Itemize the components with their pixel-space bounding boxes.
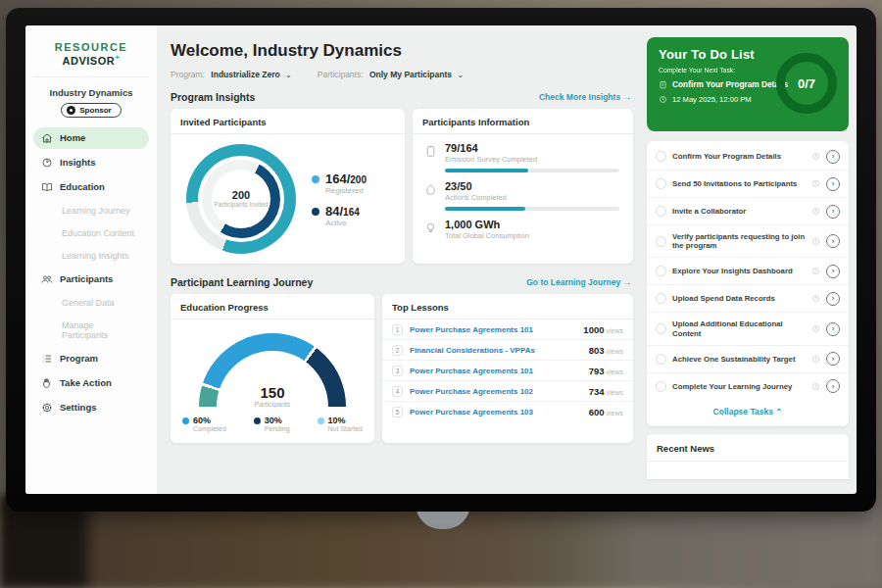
settings-icon	[41, 402, 53, 414]
task-row[interactable]: Complete Your Learning Journey ›	[647, 373, 849, 400]
task-checkbox[interactable]	[656, 151, 666, 162]
sidebar-item-insights[interactable]: Insights	[33, 152, 149, 173]
task-checkbox[interactable]	[656, 178, 666, 189]
sidebar-item-program[interactable]: Program	[33, 348, 149, 369]
go-to-learning-journey-link[interactable]: Go to Learning Journey →	[526, 277, 631, 287]
program-insights-title: Program Insights	[171, 91, 255, 103]
chevron-right-icon[interactable]: ›	[826, 322, 840, 336]
emission-progress-bar	[445, 169, 619, 172]
actions-icon	[424, 183, 437, 196]
lesson-row: 1 Power Purchase Agreements 101 1000view…	[382, 319, 633, 340]
task-checkbox[interactable]	[656, 266, 666, 276]
sidebar-item-learning-insights[interactable]: Learning Insights	[33, 246, 149, 266]
task-checkbox[interactable]	[656, 206, 666, 217]
sidebar-item-education[interactable]: Education	[33, 176, 149, 198]
check-more-insights-link[interactable]: Check More Insights →	[539, 92, 631, 102]
legend-not-started: 10% Not Started	[318, 416, 363, 432]
logo-resource: RESOURCE	[55, 41, 127, 53]
legend-active: 84/164 Active	[312, 204, 367, 227]
lesson-row: 5 Power Purchase Agreements 103 600views	[382, 402, 633, 421]
chevron-right-icon[interactable]: ›	[826, 292, 840, 306]
clock-small-icon	[811, 207, 820, 216]
arrow-right-icon: →	[623, 277, 632, 287]
right-panel: Your To Do List Complete Your Next Task:…	[643, 25, 857, 494]
legend-completed: 60% Completed	[182, 416, 226, 432]
task-row[interactable]: Invite a Collaborator ›	[647, 198, 849, 225]
participants-information-title: Participants Information	[413, 109, 633, 134]
chevron-right-icon[interactable]: ›	[826, 379, 840, 393]
chevron-right-icon[interactable]: ›	[826, 265, 840, 278]
task-checkbox[interactable]	[656, 293, 666, 304]
task-checkbox[interactable]	[656, 323, 666, 334]
program-filter[interactable]: Program: Industrialize Zero ⌄	[171, 70, 292, 79]
lesson-row: 4 Power Purchase Agreements 102 734views	[382, 381, 633, 402]
not-started-dot	[318, 417, 324, 424]
sidebar-item-manage-participants[interactable]: Manage Participants	[33, 316, 149, 345]
lesson-link[interactable]: Power Purchase Agreements 103	[410, 408, 589, 416]
chevron-right-icon[interactable]: ›	[826, 352, 840, 366]
task-row[interactable]: Achieve One Sustainability Target ›	[647, 346, 849, 373]
actions-progress-bar	[445, 207, 619, 211]
legend-registered: 164/200 Registered	[312, 172, 367, 195]
active-dot	[312, 208, 319, 216]
todo-progress-ring: 0/7	[776, 53, 837, 114]
task-row[interactable]: Confirm Your Program Details ›	[647, 143, 849, 171]
recent-news-title: Recent News	[647, 434, 849, 462]
sidebar-item-learning-journey[interactable]: Learning Journey	[33, 201, 149, 220]
page-title: Welcome, Industry Dynamics	[171, 41, 633, 61]
task-row[interactable]: Upload Additional Educational Content ›	[647, 313, 849, 345]
task-row[interactable]: Explore Your Insights Dashboard ›	[647, 258, 849, 285]
program-filter-label: Program:	[171, 70, 205, 79]
task-row[interactable]: Verify participants requesting to join t…	[647, 225, 849, 258]
sponsor-badge-label: Sponsor	[79, 106, 111, 115]
todo-summary-card: Your To Do List Complete Your Next Task:…	[647, 37, 849, 131]
task-checkbox[interactable]	[656, 236, 666, 247]
clock-small-icon	[811, 324, 820, 333]
lesson-link[interactable]: Financial Considerations - VPPAs	[410, 346, 589, 355]
participants-information-card: Participants Information 79/164 Emission…	[413, 109, 633, 264]
collapse-tasks-link[interactable]: Collapse Tasks ⌃	[647, 400, 849, 424]
sidebar-item-home[interactable]: Home	[33, 127, 149, 149]
task-checkbox[interactable]	[656, 354, 666, 365]
chevron-right-icon[interactable]: ›	[826, 205, 840, 219]
clipboard-icon	[659, 80, 667, 89]
chevron-right-icon[interactable]: ›	[826, 150, 840, 164]
sidebar-item-participants[interactable]: Participants	[33, 269, 149, 290]
participants-filter[interactable]: Participants: Only My Participants ⌄	[318, 70, 464, 79]
sidebar-item-education-content[interactable]: Education Content	[33, 223, 149, 243]
chevron-right-icon[interactable]: ›	[826, 234, 840, 248]
lesson-rank: 3	[392, 366, 403, 376]
education-icon	[41, 181, 53, 193]
education-progress-card: Education Progress 150 Participants	[171, 294, 374, 443]
app-logo: RESOURCE ADVISOR+	[33, 37, 149, 77]
gauge-center-label: Participants	[199, 401, 346, 408]
learning-journey-title: Participant Learning Journey	[171, 276, 313, 288]
home-icon	[41, 132, 53, 144]
donut-center-value: 200	[232, 189, 250, 201]
participants-icon	[41, 273, 53, 285]
lesson-link[interactable]: Power Purchase Agreements 101	[410, 325, 583, 334]
take-action-icon	[41, 377, 53, 389]
metric-actions-completed: 23/50 Actions Completed	[413, 172, 633, 211]
main-content: Welcome, Industry Dynamics Program: Indu…	[157, 25, 643, 494]
sidebar-item-take-action[interactable]: Take Action	[33, 372, 149, 394]
sidebar-item-general-data[interactable]: General Data	[33, 293, 149, 313]
chevron-up-icon: ⌃	[775, 407, 782, 416]
gauge-legend: 60% Completed 30% Pending 10%	[171, 408, 374, 432]
task-row[interactable]: Send 50 Invitations to Participants ›	[647, 171, 849, 198]
invited-participants-card: Invited Participants 200 Participants In…	[171, 109, 405, 264]
chevron-right-icon[interactable]: ›	[826, 177, 840, 191]
lesson-row: 2 Financial Considerations - VPPAs 803vi…	[382, 340, 633, 361]
sidebar-item-settings[interactable]: Settings	[33, 397, 149, 418]
clock-small-icon	[811, 355, 820, 364]
pending-dot	[254, 417, 261, 424]
todo-task-list: Confirm Your Program Details › Send 50 I…	[647, 141, 849, 426]
sponsor-icon	[67, 106, 75, 115]
invited-participants-donut-chart: 200 Participants Invited	[186, 144, 296, 254]
task-row[interactable]: Upload Spend Data Records ›	[647, 285, 849, 313]
todo-counter: 0/7	[798, 76, 815, 91]
lesson-link[interactable]: Power Purchase Agreements 101	[410, 367, 589, 375]
lesson-link[interactable]: Power Purchase Agreements 102	[410, 387, 589, 396]
completed-dot	[182, 417, 189, 424]
task-checkbox[interactable]	[656, 381, 666, 392]
